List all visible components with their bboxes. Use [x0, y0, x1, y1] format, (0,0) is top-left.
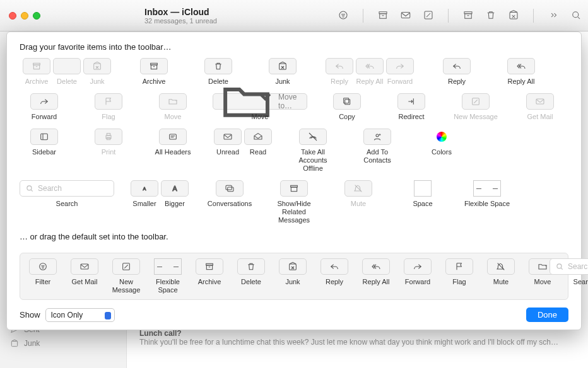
tool-forward[interactable]: Forward: [20, 93, 69, 121]
tool-print[interactable]: Print: [84, 129, 133, 173]
tool-d_reply[interactable]: Reply: [318, 258, 351, 286]
space-icon[interactable]: [414, 180, 432, 197]
forward-button[interactable]: [30, 93, 58, 110]
filter-button[interactable]: [29, 258, 57, 275]
tool-related[interactable]: Show/Hide Related Messages: [269, 180, 319, 224]
contact-button[interactable]: [363, 129, 391, 145]
folderdd-button[interactable]: [159, 93, 187, 110]
move-to-field[interactable]: Move to…: [213, 93, 307, 110]
flexible-space-icon[interactable]: [473, 180, 501, 197]
trash-icon[interactable]: [485, 9, 497, 23]
tool-reply_all[interactable]: Reply All: [497, 58, 546, 86]
tool-smaller_bigger[interactable]: AASmallerBigger: [129, 180, 190, 224]
tool-d_replyall[interactable]: Reply All: [360, 258, 392, 286]
done-button[interactable]: Done: [526, 308, 568, 322]
reply-button[interactable]: [320, 258, 348, 275]
trash-button[interactable]: [237, 258, 265, 275]
window-controls[interactable]: [9, 12, 40, 20]
reply-all-button[interactable]: [356, 58, 384, 74]
headers-button[interactable]: [159, 129, 187, 145]
tool-moveto[interactable]: Move to…Move: [213, 93, 307, 121]
conv-button[interactable]: [216, 180, 244, 197]
forward-button[interactable]: [404, 258, 432, 275]
mute-button[interactable]: [344, 180, 372, 197]
compose-icon[interactable]: [423, 9, 434, 23]
flag-button[interactable]: [445, 258, 473, 275]
show-mode-select[interactable]: Icon Only: [45, 308, 115, 322]
tool-search[interactable]: SearchSearch: [20, 180, 114, 224]
tool-mute[interactable]: Mute: [334, 180, 383, 224]
tool-group_reply[interactable]: ReplyReply AllForward: [322, 58, 417, 86]
tool-d_filter[interactable]: Filter: [26, 258, 59, 286]
envelope-button[interactable]: [71, 258, 98, 275]
tool-flexspace[interactable]: Flexible Space: [462, 180, 512, 224]
copy-button[interactable]: [333, 93, 361, 110]
tool-offline[interactable]: Take All Accounts Offline: [288, 129, 338, 173]
tool-space[interactable]: Space: [398, 180, 447, 224]
junk-button[interactable]: [83, 58, 111, 74]
tool-d_delete[interactable]: Delete: [235, 258, 268, 286]
tool-allheaders[interactable]: All Headers: [148, 129, 197, 173]
bigger-button[interactable]: A: [161, 180, 189, 197]
search-field[interactable]: Search: [550, 258, 588, 275]
envelope-button[interactable]: [526, 93, 554, 110]
tool-colors[interactable]: Colors: [417, 129, 466, 173]
replyall-button[interactable]: [362, 258, 390, 275]
search-field[interactable]: Search: [20, 180, 114, 197]
compose-button[interactable]: [462, 93, 490, 110]
tool-flag[interactable]: Flag: [84, 93, 133, 121]
reply-button[interactable]: [326, 58, 353, 74]
redirect-button[interactable]: [397, 93, 425, 110]
offline-button[interactable]: [299, 129, 327, 145]
chevrons-icon[interactable]: [548, 9, 559, 23]
forward-button[interactable]: [386, 58, 414, 74]
tool-reply[interactable]: Reply: [432, 58, 481, 86]
envelope-icon[interactable]: [400, 9, 411, 23]
archive2-icon[interactable]: [462, 9, 474, 23]
archive-button[interactable]: [196, 258, 223, 275]
colors-icon[interactable]: [428, 129, 456, 145]
archive-icon[interactable]: [377, 9, 389, 23]
archive-button[interactable]: [140, 58, 168, 74]
sidebar-button[interactable]: [30, 129, 58, 145]
tool-sidebar[interactable]: Sidebar: [20, 129, 69, 173]
junk-button[interactable]: [269, 58, 297, 74]
tool-d_search[interactable]: SearchSearch: [568, 258, 588, 286]
replyall-button[interactable]: [507, 58, 535, 74]
tool-getmail[interactable]: Get Mail: [515, 93, 565, 121]
archive-button[interactable]: [23, 58, 50, 74]
search-icon[interactable]: [570, 9, 582, 23]
default-toolbar-strip[interactable]: FilterGet MailNew MessageFlexible SpaceA…: [20, 253, 568, 300]
close-icon[interactable]: [9, 12, 16, 20]
trash-button[interactable]: [204, 58, 232, 74]
tool-d_mute[interactable]: Mute: [485, 258, 517, 286]
tool-d_archive[interactable]: Archive: [193, 258, 226, 286]
tool-unread_read[interactable]: UnreadRead: [213, 129, 273, 173]
unread-button[interactable]: [214, 129, 242, 145]
print-button[interactable]: [95, 129, 122, 145]
tool-group_archive[interactable]: ArchiveDeleteJunk: [20, 58, 114, 86]
tool-d_forward[interactable]: Forward: [401, 258, 434, 286]
tool-conversations[interactable]: Conversations: [205, 180, 254, 224]
tool-d_junk[interactable]: Junk: [276, 258, 309, 286]
delete-button[interactable]: [53, 58, 81, 74]
smaller-button[interactable]: A: [131, 180, 158, 197]
compose-button[interactable]: [112, 258, 140, 275]
minimize-icon[interactable]: [21, 12, 28, 20]
filter-icon[interactable]: [338, 9, 349, 23]
reply-button[interactable]: [443, 58, 471, 74]
mute-button[interactable]: [487, 258, 515, 275]
read-button[interactable]: [244, 129, 272, 145]
tool-d_getmail[interactable]: Get Mail: [68, 258, 101, 286]
tool-contacts[interactable]: Add To Contacts: [353, 129, 402, 173]
tool-d_flag[interactable]: Flag: [443, 258, 476, 286]
tool-archive[interactable]: Archive: [129, 58, 179, 86]
related-button[interactable]: [280, 180, 308, 197]
flag-button[interactable]: [95, 93, 122, 110]
tool-d_flex[interactable]: Flexible Space: [151, 258, 184, 294]
tool-redirect[interactable]: Redirect: [387, 93, 436, 121]
junk-icon[interactable]: [508, 9, 519, 23]
tool-newmsg[interactable]: New Message: [451, 93, 500, 121]
flexible-space-icon[interactable]: [154, 258, 182, 275]
tool-d_newmsg[interactable]: New Message: [110, 258, 143, 294]
